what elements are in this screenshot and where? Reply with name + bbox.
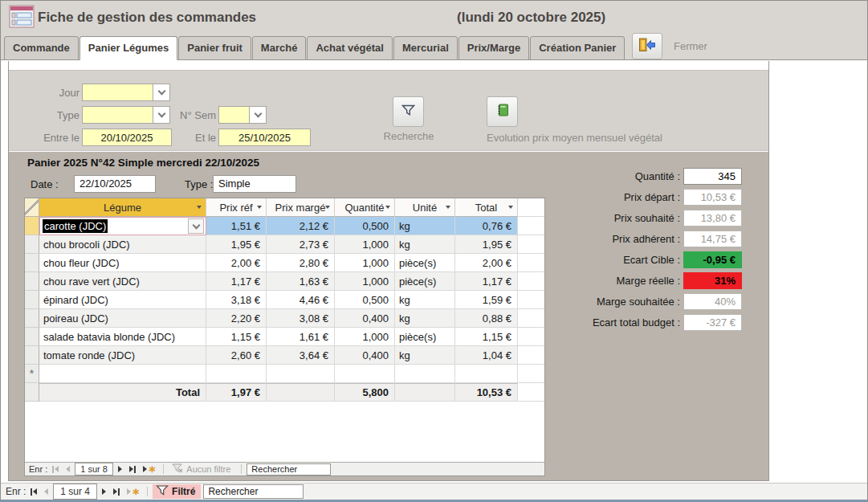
exit-door-icon [638, 38, 656, 55]
chevron-down-icon[interactable] [153, 107, 169, 123]
summary-label: Marge réelle : [458, 275, 680, 287]
panier-title: Panier 2025 N°42 Simple mercredi 22/10/2… [27, 157, 259, 169]
cell-empty[interactable] [395, 365, 455, 383]
prev-record-button[interactable] [42, 487, 51, 496]
total-total: 10,53 € [455, 383, 518, 402]
cell-prix_marge[interactable]: 3,64 € [267, 346, 335, 365]
sem-combobox[interactable] [218, 106, 267, 124]
close-button-label: Fermer [674, 40, 707, 52]
record-position[interactable]: 1 sur 4 [53, 484, 97, 500]
tab-achat-v-g-tal[interactable]: Achat végétal [307, 36, 393, 60]
summary-value-readonly: 13,80 € [683, 210, 742, 227]
summary-row: Marge souhaitée :40% [9, 293, 768, 311]
new-record-button[interactable]: ∗ [124, 487, 142, 496]
new-record-button[interactable]: ∗ [141, 464, 158, 474]
last-record-button[interactable] [127, 464, 138, 475]
total-quantite: 5,800 [335, 383, 395, 402]
tab-cr-ation-panier[interactable]: Création Panier [530, 36, 625, 60]
prev-record-button[interactable] [63, 464, 72, 474]
form-icon [9, 5, 36, 32]
et-le-label: Et le [181, 132, 216, 144]
filter-state-toggle[interactable]: Filtré [153, 484, 201, 499]
summary-row: Prix souhaité :13,80 € [9, 210, 768, 227]
summary-label: Prix départ : [458, 191, 680, 203]
cell-empty[interactable] [455, 365, 518, 383]
total-unite [395, 383, 455, 402]
summary-label: Ecart Cible : [458, 254, 680, 266]
panier-section: Panier 2025 N°42 Simple mercredi 22/10/2… [9, 152, 768, 480]
new-record-icon: ∗ [148, 466, 156, 472]
chevron-down-icon[interactable] [153, 84, 169, 100]
summary-value-readonly: 14,75 € [683, 231, 742, 247]
row-filler [518, 365, 544, 383]
row-selector[interactable] [25, 346, 39, 365]
total-prix_marge [267, 383, 335, 402]
total-row: Total1,97 €5,80010,53 € [25, 383, 544, 402]
form-body: Jour Type N° Sem Entre le 20/10/2025 Et … [8, 61, 769, 481]
close-form-button[interactable] [632, 33, 662, 59]
summary-value-readonly: 40% [683, 293, 742, 310]
cell-quantite[interactable]: 0,400 [335, 346, 395, 365]
tab-commande[interactable]: Commande [4, 36, 79, 60]
summary-label: Quantité : [458, 170, 680, 182]
filter-funnel-icon [401, 104, 415, 120]
page-title: Fiche de gestion des commandes [38, 10, 256, 26]
summary-row: Quantité :345 [9, 168, 768, 186]
summary-label: Ecart total budget : [458, 316, 680, 329]
record-label: Enr : [6, 486, 26, 497]
jour-combobox[interactable] [82, 84, 170, 101]
evolution-button-label: Evolution prix moyen mensuel végétal [487, 132, 662, 144]
cell-empty[interactable] [267, 365, 335, 383]
form-search-input[interactable] [203, 484, 304, 499]
summary-row: Prix départ :10,53 € [9, 189, 768, 206]
subform-record-navigator: Enr : 1 sur 8 ∗ [25, 462, 544, 475]
cell-empty[interactable] [335, 365, 395, 383]
tab-strip: CommandePanier LégumesPanier fruitMarché… [4, 36, 626, 60]
recherche-button[interactable] [393, 96, 424, 127]
filter-funnel-icon [156, 485, 169, 498]
next-record-button[interactable] [100, 487, 108, 496]
new-record-marker: * [25, 365, 39, 383]
tab-march-[interactable]: Marché [252, 36, 307, 60]
date-debut-field[interactable]: 20/10/2025 [82, 129, 172, 146]
type-filter-label: Type [15, 109, 79, 121]
record-position[interactable]: 1 sur 8 [75, 463, 113, 475]
date-fin-field[interactable]: 25/10/2025 [218, 129, 311, 146]
cell-empty[interactable] [39, 365, 206, 383]
tab-mercurial[interactable]: Mercurial [393, 36, 458, 60]
chevron-down-icon[interactable] [249, 107, 266, 123]
first-record-button[interactable] [28, 487, 39, 497]
tab-panier-fruit[interactable]: Panier fruit [178, 36, 251, 60]
cell-empty[interactable] [206, 365, 267, 383]
type-combobox[interactable] [82, 106, 170, 124]
table-row[interactable]: tomate ronde (JDC)2,60 €3,64 €0,400kg1,0… [25, 346, 544, 365]
tab-prix-marge[interactable]: Prix/Marge [458, 36, 529, 60]
record-label: Enr : [29, 464, 47, 474]
first-record-button[interactable] [50, 464, 61, 475]
summary-value-editable[interactable]: 345 [683, 168, 742, 185]
cell-unite[interactable]: kg [395, 346, 455, 365]
summary-label: Prix souhaité : [458, 212, 680, 224]
cell-prix_ref[interactable]: 2,60 € [206, 346, 267, 365]
filter-state-toggle[interactable]: Aucun filtre [169, 463, 236, 475]
evolution-prix-button[interactable] [487, 96, 518, 127]
green-book-icon [496, 104, 509, 120]
summary-value-red: 31% [683, 272, 742, 289]
header-date: (lundi 20 octobre 2025) [457, 10, 605, 26]
jour-label: Jour [15, 87, 79, 99]
cell-legume[interactable]: tomate ronde (JDC) [39, 346, 206, 365]
last-record-button[interactable] [111, 487, 122, 497]
cell-total[interactable]: 1,04 € [455, 346, 518, 365]
tab-panier-l-gumes[interactable]: Panier Légumes [79, 36, 177, 60]
new-record-row[interactable]: * [25, 365, 544, 383]
application-window: Fiche de gestion des commandes (lundi 20… [0, 0, 868, 502]
sem-label: N° Sem [173, 109, 216, 121]
total-prix_ref: 1,97 € [206, 383, 267, 402]
row-selector [25, 383, 39, 402]
entre-le-label: Entre le [15, 132, 79, 144]
subform-search-input[interactable] [247, 463, 331, 475]
summary-value-readonly: 10,53 € [683, 189, 742, 206]
datasheet-empty-area [25, 402, 544, 462]
next-record-button[interactable] [116, 464, 124, 474]
summary-label: Prix adhérent : [458, 233, 680, 245]
